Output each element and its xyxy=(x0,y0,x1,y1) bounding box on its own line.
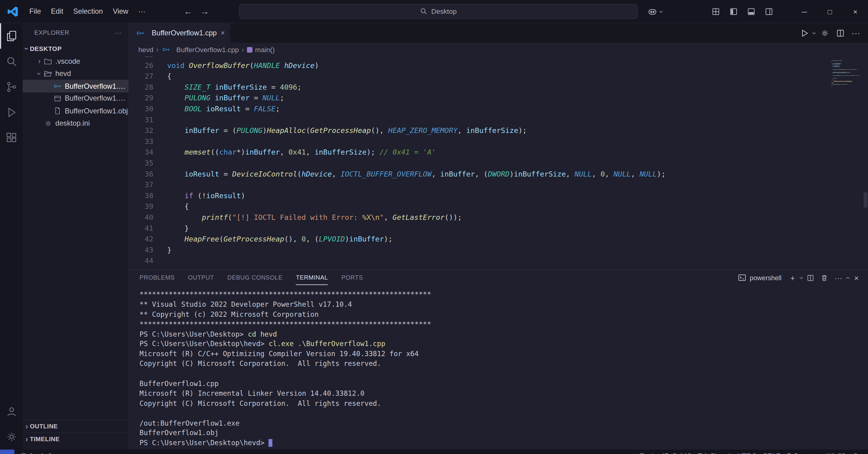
indentation[interactable]: Tab Size: 4 xyxy=(694,449,734,454)
maximize-button[interactable]: □ xyxy=(817,0,843,23)
code-line-27[interactable]: 27{ xyxy=(129,71,868,82)
code-line-28[interactable]: 28 SIZE_T inBufferSize = 4096; xyxy=(129,82,868,93)
language-mode[interactable]: {} C++ xyxy=(783,449,809,454)
extensions-activity-icon[interactable] xyxy=(0,125,23,151)
code-line-29[interactable]: 29 PULONG inBuffer = NULL; xyxy=(129,93,868,104)
toggle-secondary-sidebar-icon[interactable] xyxy=(761,3,777,20)
tree-item-bufferoverflow1.obj[interactable]: BufferOverflow1.obj xyxy=(23,104,128,117)
code-line-26[interactable]: 26void OverflowBuffer(HANDLE hDevice) xyxy=(129,60,868,71)
code-line-42[interactable]: 42 HeapFree(GetProcessHeap(), 0, (LPVOID… xyxy=(129,234,868,245)
code-editor[interactable]: 2526void OverflowBuffer(HANDLE hDevice)2… xyxy=(129,56,868,270)
close-button[interactable]: × xyxy=(843,0,868,23)
code-line-37[interactable]: 37 xyxy=(129,180,868,190)
code-line-41[interactable]: 41 } xyxy=(129,223,868,234)
breadcrumb-folder[interactable]: hevd xyxy=(138,46,153,53)
token-pl: (! xyxy=(193,191,207,200)
section-outline[interactable]: ›OUTLINE xyxy=(23,420,128,432)
search-activity-icon[interactable] xyxy=(0,49,23,74)
problems-status-item[interactable]: 0 0 xyxy=(17,449,55,454)
code-line-44[interactable]: 44 xyxy=(129,255,868,267)
notifications-bell-icon[interactable] xyxy=(849,449,863,454)
breadcrumb-symbol[interactable]: main() xyxy=(255,46,275,53)
activity-bar xyxy=(0,23,23,449)
new-terminal-icon[interactable]: + xyxy=(786,272,799,284)
code-line-43[interactable]: 43} xyxy=(129,245,868,255)
explorer-activity-icon[interactable] xyxy=(0,23,23,49)
breadcrumb-file[interactable]: BufferOverflow1.cpp xyxy=(176,46,239,53)
tab-close-icon[interactable]: × xyxy=(221,28,225,38)
code-line-40[interactable]: 40 printf("[!] IOCTL Failed with Error: … xyxy=(129,212,868,223)
code-line-34[interactable]: 34 memset((char*)inBuffer, 0x41, inBuffe… xyxy=(129,147,868,158)
terminal-output[interactable]: ****************************************… xyxy=(129,285,868,448)
kill-terminal-icon[interactable] xyxy=(818,272,831,284)
code-line-30[interactable]: 30 BOOL ioResult = FALSE; xyxy=(129,103,868,114)
code-line-36[interactable]: 36 ioResult = DeviceIoControl(hDevice, I… xyxy=(129,169,868,180)
source-control-activity-icon[interactable] xyxy=(0,74,23,100)
maximize-panel-chevron-icon[interactable]: › xyxy=(844,276,851,279)
back-arrow-button[interactable]: ← xyxy=(184,6,192,17)
menu-edit[interactable]: Edit xyxy=(46,4,68,19)
explorer-more-actions-icon[interactable]: ··· xyxy=(115,29,122,36)
menu-more[interactable]: ··· xyxy=(133,4,150,19)
panel-tab-problems[interactable]: PROBLEMS xyxy=(140,270,175,285)
menu-selection[interactable]: Selection xyxy=(68,4,108,19)
minimap-line xyxy=(831,63,860,64)
panel-tab-output[interactable]: OUTPUT xyxy=(188,270,214,285)
minimize-button[interactable]: ─ xyxy=(792,0,817,23)
explorer-root-folder[interactable]: › DESKTOP xyxy=(23,42,128,55)
panel-tab-terminal[interactable]: TERMINAL xyxy=(296,270,328,285)
editor-more-actions-icon[interactable]: ··· xyxy=(849,26,863,40)
menu-view[interactable]: View xyxy=(108,4,133,19)
scrollbar-thumb[interactable] xyxy=(864,192,868,208)
cpp-configuration[interactable]: Win32 xyxy=(823,449,849,454)
chevron-down-icon: › xyxy=(23,47,30,50)
code-line-25[interactable]: 25 xyxy=(129,56,868,60)
copilot-chevron-icon[interactable]: › xyxy=(658,10,665,13)
settings-gear-icon[interactable] xyxy=(0,424,23,450)
line-number: 27 xyxy=(129,71,153,82)
toggle-panel-icon[interactable] xyxy=(743,3,760,20)
encoding[interactable]: UTF-8 xyxy=(734,449,760,454)
terminal-shell-item[interactable]: powershell xyxy=(738,273,781,282)
run-debug-activity-icon[interactable] xyxy=(0,100,23,125)
editor-scrollbar[interactable] xyxy=(864,56,868,270)
token-var: inBufferSize xyxy=(315,148,367,156)
tree-item-bufferoverflow1.cpp[interactable]: C++BufferOverflow1.cpp xyxy=(23,80,128,92)
code-line-35[interactable]: 35 xyxy=(129,158,868,169)
toggle-primary-sidebar-icon[interactable] xyxy=(725,3,742,20)
run-button[interactable] xyxy=(798,26,811,40)
minimap[interactable] xyxy=(831,59,860,88)
tree-item-.vscode[interactable]: ›.vscode xyxy=(23,55,128,67)
people-icon[interactable] xyxy=(809,449,823,454)
split-editor-icon[interactable] xyxy=(834,26,847,40)
menu-file[interactable]: File xyxy=(24,4,46,19)
command-center-search[interactable]: Desktop xyxy=(239,4,638,19)
eol-sequence[interactable]: CRLF xyxy=(760,449,783,454)
sync-icon[interactable] xyxy=(634,449,648,454)
code-line-38[interactable]: 38 if (!ioResult) xyxy=(129,190,868,201)
minimap-segment xyxy=(835,63,838,64)
section-timeline[interactable]: ›TIMELINE xyxy=(23,432,128,445)
tree-item-desktop.ini[interactable]: desktop.ini xyxy=(23,117,128,129)
tree-item-hevd[interactable]: ›hevd xyxy=(23,67,128,80)
panel-tab-ports[interactable]: PORTS xyxy=(341,270,363,285)
tree-item-bufferoverflow1.exe[interactable]: BufferOverflow1.exe xyxy=(23,92,128,104)
close-panel-icon[interactable]: × xyxy=(850,272,863,284)
cursor-position[interactable]: Ln 47, Col 12 xyxy=(649,449,694,454)
tab-bufferoverflow1-cpp[interactable]: C++ BufferOverflow1.cpp × xyxy=(129,23,230,43)
forward-arrow-button[interactable]: → xyxy=(200,6,209,17)
token-pl: , xyxy=(605,170,613,178)
split-terminal-icon[interactable] xyxy=(805,272,817,284)
editor-settings-gear-icon[interactable] xyxy=(818,26,832,40)
code-line-32[interactable]: 32 inBuffer = (PULONG)HeapAlloc(GetProce… xyxy=(129,125,868,136)
customize-layout-icon[interactable] xyxy=(708,3,724,20)
panel-tab-debug-console[interactable]: DEBUG CONSOLE xyxy=(227,270,282,285)
code-line-39[interactable]: 39 { xyxy=(129,201,868,212)
code-line-31[interactable]: 31 xyxy=(129,114,868,125)
terminal-profile-chevron-icon[interactable]: › xyxy=(798,276,806,279)
account-icon[interactable] xyxy=(0,398,23,424)
run-dropdown-chevron-icon[interactable]: › xyxy=(811,32,818,34)
remote-indicator[interactable]: >< xyxy=(0,449,14,454)
minimap-segment xyxy=(850,75,851,76)
code-line-33[interactable]: 33 xyxy=(129,136,868,147)
